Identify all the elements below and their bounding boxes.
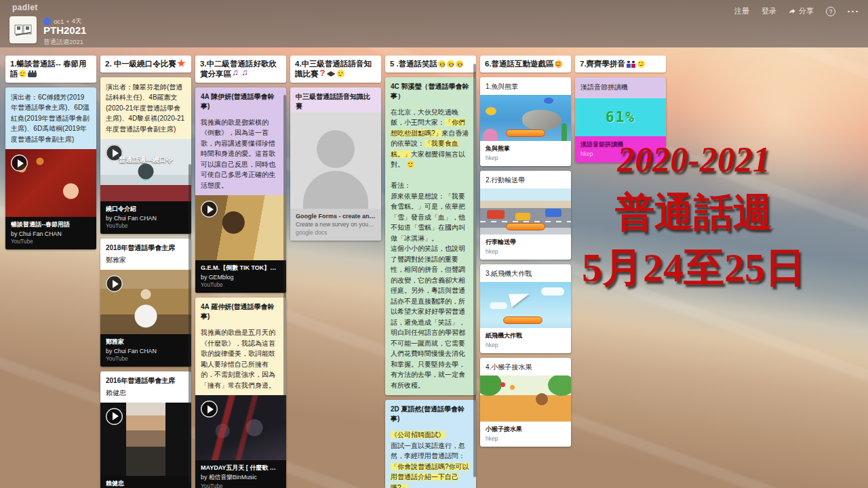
- link-caption[interactable]: 小猴子接水果 hkep: [480, 422, 571, 447]
- video-thumbnail[interactable]: [100, 270, 191, 334]
- post-title: 漢語音節拼讀機: [575, 77, 666, 98]
- post-card[interactable]: 2016年普通話學會主席 賴健忠 賴健忠 by Chui Fan CHAN Yo…: [100, 371, 191, 488]
- section-header[interactable]: 7.齊齊學拼音: [575, 56, 666, 73]
- share-button[interactable]: 分享: [789, 6, 814, 16]
- road-lane-shape: [480, 221, 571, 222]
- post-card[interactable]: 漢語音節拼讀機 61% 漢語音節拼讀機 hkep: [575, 77, 666, 163]
- post-card[interactable]: 3.紙飛機大作戰 紙飛機大作戰 hkep: [480, 264, 571, 353]
- video-thumbnail[interactable]: [195, 195, 286, 260]
- link-caption[interactable]: 紙飛機大作戰 hkep: [480, 328, 571, 353]
- post-card[interactable]: 2018年普通話學會主席 鄭雅家 鄭雅家 by Chui Fan CHAN Yo…: [100, 239, 191, 367]
- video-source: YouTube: [106, 355, 186, 362]
- graduation-cap-icon: [327, 71, 336, 77]
- post-title: 3.紙飛機大作戰: [480, 264, 571, 282]
- video-attachment[interactable]: MAYDAY五月天 [ 什麼歌 What A Song ] O... by 相信…: [195, 395, 286, 488]
- play-button[interactable]: [11, 155, 28, 171]
- video-caption: MAYDAY五月天 [ 什麼歌 What A Song ] O... by 相信…: [195, 460, 286, 488]
- open-book-icon: [13, 20, 33, 40]
- link-caption[interactable]: 行李輸送帶 hkep: [480, 235, 571, 260]
- game-preview-image[interactable]: [480, 95, 571, 141]
- section-column-6: 6.普通話互動遊戲區 1.魚與熊掌 魚與熊掌 hkep: [480, 56, 571, 447]
- link-preview-image[interactable]: [290, 113, 381, 209]
- game-preview-image[interactable]: [480, 375, 571, 422]
- link-title: 漢語音節拼讀機: [580, 140, 660, 149]
- game-preview-image[interactable]: [480, 282, 571, 328]
- section-header[interactable]: 2. 中一級繞口令比賽: [100, 56, 191, 73]
- smile-emoji-icon: [337, 70, 344, 77]
- section-header[interactable]: 4.中三級普通話語音知識比賽?: [290, 56, 381, 83]
- login-button[interactable]: 登录: [762, 6, 776, 16]
- play-button[interactable]: [106, 408, 123, 425]
- link-caption[interactable]: 漢語音節拼讀機 hkep: [575, 136, 666, 163]
- section-header[interactable]: 1.暢談普通話-- 春節用語: [5, 56, 96, 83]
- video-title: 賴健忠: [106, 480, 186, 488]
- post-title: 2.行動輸送帶: [480, 171, 571, 188]
- section-header[interactable]: 3.中二級普通話好歌欣賞分享區♫♫: [195, 56, 286, 83]
- music-note-icon: ♫: [232, 70, 240, 77]
- paper-plane-shape: [509, 289, 532, 308]
- post-card[interactable]: 演出者：陳翠芬老師(普通話科科主任)、4B羅憲文(2020-21年度普通話學會主…: [100, 77, 191, 234]
- link-title: Google Forms - create and analyze surv..…: [296, 213, 376, 220]
- wall: 1.暢談普通話-- 春節用語 演出者：6C傅鏡芳(2019年普通話學會主席)、6…: [0, 47, 868, 488]
- play-button[interactable]: [201, 401, 218, 418]
- red-vehicle-shape: [487, 210, 505, 219]
- tree-shape: [480, 375, 502, 396]
- post-card[interactable]: 4A 羅仲妍(普通話學會幹事) 我推薦的歌曲是五月天的《什麼歌》，我認為這首歌的…: [195, 298, 286, 488]
- post-card[interactable]: 4A 陳伊妍(普通話學會幹事) 我推薦的歌是鄧紫棋的《倒數》，因為這一首歌，內容…: [195, 87, 286, 293]
- post-card[interactable]: 2D 夏語然(普通話學會幹事) 《公司招聘面試》 面試一直以英語進行，忽然，李經…: [385, 400, 476, 488]
- video-author: by Chui Fan CHAN: [106, 215, 186, 222]
- section-scrollbar[interactable]: [283, 95, 286, 420]
- post-card[interactable]: 中三級普通話語音知識比賽 Google Forms - create and a…: [290, 87, 381, 241]
- post-card[interactable]: 1.魚與熊掌 魚與熊掌 hkep: [480, 77, 571, 166]
- game-button-shape: [506, 129, 545, 137]
- video-thumbnail[interactable]: [100, 403, 191, 476]
- video-caption: 繞口令介紹 by Chui Fan CHAN YouTube: [100, 201, 191, 234]
- video-attachment[interactable]: 鄭雅家 by Chui Fan CHAN YouTube: [100, 270, 191, 367]
- video-author: by 相信音樂BinMusic: [201, 474, 281, 482]
- video-attachment[interactable]: 暢談普通話--春節用語 by Chui Fan CHAN YouTube: [5, 149, 96, 249]
- section-header[interactable]: 6.普通話互動遊戲區: [480, 56, 571, 73]
- video-author: by Chui Fan CHAN: [106, 348, 186, 354]
- play-button[interactable]: [201, 201, 218, 218]
- video-attachment[interactable]: 賴健忠 by Chui Fan CHAN YouTube: [100, 403, 191, 488]
- post-card[interactable]: 4C 郭溪瑩（普通話學會幹事） 在北京，大伙兒吃過晚飯，小王問大家：「你們想吃些…: [385, 77, 476, 396]
- padlet-logo[interactable]: padlet: [12, 3, 38, 12]
- link-title: 小猴子接水果: [486, 425, 566, 434]
- tree-shape: [548, 375, 571, 396]
- board-title: PTH2021: [43, 24, 86, 36]
- music-note-icon: ♫: [241, 70, 250, 77]
- video-thumbnail[interactable]: 普通話週---繞口令: [100, 139, 191, 201]
- more-options-icon[interactable]: [848, 10, 859, 13]
- post-name: 鄭雅家: [100, 254, 191, 270]
- section-scrollbar[interactable]: [473, 64, 476, 477]
- grin-emoji-icon: [447, 60, 454, 68]
- video-attachment[interactable]: G.E.M.【倒數 TIK TOK】Official MV [HD]... by…: [195, 195, 286, 293]
- game-preview-image[interactable]: 61%: [575, 98, 666, 136]
- play-button[interactable]: [106, 275, 123, 292]
- link-caption[interactable]: 魚與熊掌 hkep: [480, 141, 571, 166]
- post-title: 2018年普通話學會主席: [100, 239, 191, 254]
- video-title: MAYDAY五月天 [ 什麼歌 What A Song ] O...: [201, 464, 281, 472]
- video-thumbnail[interactable]: [5, 149, 96, 217]
- section-column-1: 1.暢談普通話-- 春節用語 演出者：6C傅鏡芳(2019年普通話學會主席)、6…: [5, 56, 96, 249]
- section-scrollbar[interactable]: [189, 164, 191, 483]
- video-source: YouTube: [106, 222, 186, 229]
- help-icon[interactable]: [826, 7, 835, 16]
- link-title: 紙飛機大作戰: [486, 331, 566, 340]
- link-source: hkep: [486, 435, 566, 442]
- post-card[interactable]: 4.小猴子接水果 小猴子接水果 hkep: [480, 358, 571, 447]
- movie-camera-icon: [28, 70, 37, 77]
- post-card[interactable]: 2.行動輸送帶 行李輸送帶 hkep: [480, 171, 571, 260]
- post-card[interactable]: 演出者：6C傅鏡芳(2019年普通話學會主席)、6D溫紅堯(2019年普通話學會…: [5, 87, 96, 249]
- link-description: Create a new survey on your own or with …: [296, 221, 376, 228]
- game-preview-image[interactable]: [480, 188, 571, 235]
- family-emoji-icon: [626, 60, 636, 68]
- link-preview-caption[interactable]: Google Forms - create and analyze surv..…: [290, 209, 381, 241]
- video-attachment[interactable]: 普通話週---繞口令 繞口令介紹 by Chui Fan CHAN YouTub…: [100, 139, 191, 234]
- post-body: 《公司招聘面試》 面試一直以英語進行，忽然，李經理用普通話問：「你會說普通話嗎?…: [385, 425, 476, 488]
- register-button[interactable]: 注册: [734, 6, 749, 16]
- board-avatar[interactable]: [9, 16, 37, 43]
- section-header[interactable]: 5 .普通話笑話: [385, 56, 476, 73]
- video-thumbnail[interactable]: [195, 395, 286, 460]
- post-body: 在北京，大伙兒吃過晚飯，小王問大家：「你們想吃些甜點嗎?」來自香港的依華說：「我…: [385, 102, 476, 396]
